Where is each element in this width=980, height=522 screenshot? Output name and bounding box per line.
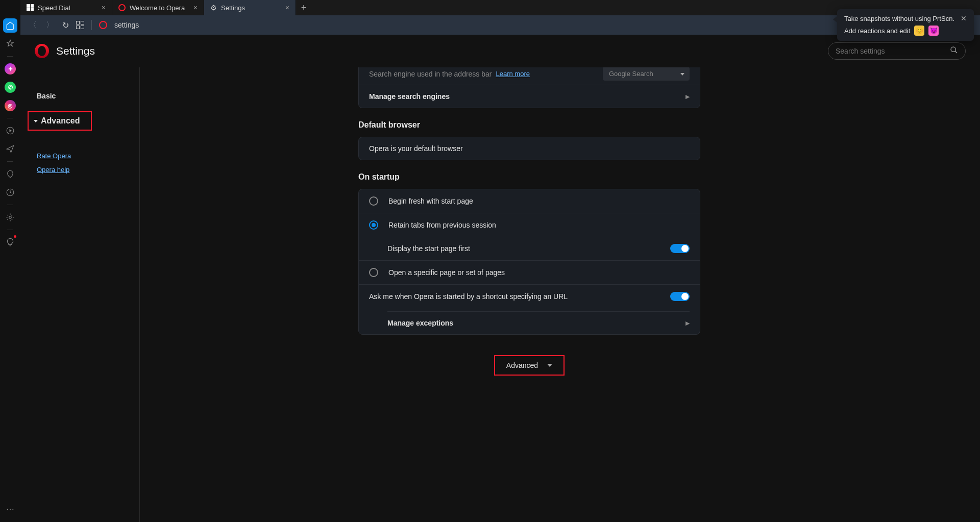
search-engine-value: Google Search [609, 70, 653, 78]
back-button[interactable]: 〈 [28, 20, 38, 31]
startup-retain-row[interactable]: Retain tabs from previous session [359, 213, 700, 237]
messenger-icon[interactable]: ✦ [3, 62, 17, 76]
search-input[interactable] [836, 47, 945, 55]
tab-strip: Speed Dial × Welcome to Opera × ⚙ Settin… [20, 0, 296, 15]
features-icon[interactable] [3, 235, 17, 250]
toggle-on[interactable] [670, 244, 690, 253]
settings-sidebar: Basic Advanced Rate Opera Opera help [20, 67, 140, 522]
nav-advanced-highlight: Advanced [28, 111, 92, 131]
main-content: Search engine used in the address bar Le… [140, 67, 980, 522]
manage-exceptions-label: Manage exceptions [387, 319, 453, 327]
speed-dial-button[interactable] [76, 21, 84, 29]
separator [7, 230, 13, 230]
tab-label: Welcome to Opera [130, 4, 185, 12]
caret-down-icon [547, 364, 552, 367]
separator [91, 20, 92, 30]
emoji-icon: 😊 [914, 26, 924, 36]
tooltip-text-2: Add reactions and edit [844, 27, 910, 35]
snapshot-tooltip: Take snapshots without using PrtScn. ✕ A… [837, 9, 974, 41]
close-icon[interactable]: × [193, 4, 198, 12]
search-icon [950, 46, 958, 56]
startup-fresh-row[interactable]: Begin fresh with start page [359, 189, 700, 213]
history-icon[interactable] [3, 185, 17, 200]
tab-label: Settings [221, 4, 245, 12]
left-sidebar: ✦ ✆ ◎ ⋯ [0, 0, 20, 522]
chevron-right-icon: ▶ [685, 93, 690, 100]
tooltip-text-1: Take snapshots without using PrtScn. [844, 15, 954, 22]
radio-button-selected[interactable] [369, 220, 378, 230]
opera-icon [118, 4, 126, 11]
page-title: Settings [56, 45, 95, 57]
svg-point-2 [9, 216, 12, 219]
search-engine-card: Search engine used in the address bar Le… [358, 67, 700, 108]
url-text[interactable]: settings [114, 21, 139, 29]
rate-opera-link[interactable]: Rate Opera [33, 152, 139, 160]
close-icon[interactable]: × [102, 4, 106, 12]
startup-title: On startup [358, 172, 700, 182]
tab-label: Speed Dial [38, 4, 70, 12]
nav-basic[interactable]: Basic [33, 88, 139, 104]
manage-search-engines-row[interactable]: Manage search engines ▶ [359, 85, 700, 108]
default-browser-title: Default browser [358, 120, 700, 130]
instagram-icon[interactable]: ◎ [3, 98, 17, 113]
separator [7, 205, 13, 205]
nav-advanced-label: Advanced [41, 116, 80, 126]
svg-point-3 [951, 47, 955, 52]
forward-button[interactable]: 〉 [45, 20, 55, 31]
reload-button[interactable]: ↻ [62, 20, 69, 30]
emoji-icon: 😈 [928, 26, 939, 36]
opera-help-link[interactable]: Opera help [33, 166, 139, 173]
chevron-right-icon: ▶ [685, 320, 690, 327]
advanced-button-wrap: Advanced [358, 355, 700, 376]
settings-header: Settings [20, 35, 980, 67]
advanced-button[interactable]: Advanced [494, 355, 565, 376]
manage-search-label: Manage search engines [369, 92, 450, 101]
opera-logo [35, 44, 49, 58]
nav-advanced[interactable]: Advanced [32, 113, 84, 129]
tab-settings[interactable]: ⚙ Settings × [204, 0, 296, 15]
close-icon[interactable]: ✕ [961, 14, 967, 22]
close-icon[interactable]: × [285, 4, 289, 12]
startup-retain-sub-row[interactable]: Display the start page first [359, 237, 700, 260]
default-browser-card: Opera is your default browser [358, 137, 700, 160]
whatsapp-icon[interactable]: ✆ [3, 80, 17, 94]
search-engine-label: Search engine used in the address bar [369, 70, 492, 78]
ask-shortcut-row[interactable]: Ask me when Opera is started by a shortc… [359, 284, 700, 308]
titlebar: Speed Dial × Welcome to Opera × ⚙ Settin… [0, 0, 980, 15]
radio-button[interactable] [369, 268, 378, 277]
gear-icon: ⚙ [210, 4, 217, 12]
pinboards-icon[interactable] [3, 167, 17, 181]
search-engine-select[interactable]: Google Search [603, 67, 690, 81]
startup-card: Begin fresh with start page Retain tabs … [358, 189, 700, 335]
tab-welcome[interactable]: Welcome to Opera × [112, 0, 204, 15]
radio-button[interactable] [369, 196, 378, 206]
startup-specific-row[interactable]: Open a specific page or set of pages [359, 260, 700, 284]
search-settings-box[interactable] [828, 42, 966, 60]
settings-icon[interactable] [3, 210, 17, 225]
startup-fresh-label: Begin fresh with start page [388, 197, 473, 205]
manage-exceptions-row[interactable]: Manage exceptions ▶ [359, 312, 700, 334]
ask-shortcut-label: Ask me when Opera is started by a shortc… [369, 292, 568, 301]
search-engine-row: Search engine used in the address bar Le… [359, 67, 700, 85]
tab-speed-dial[interactable]: Speed Dial × [20, 0, 112, 15]
home-icon[interactable] [3, 18, 17, 33]
advanced-button-label: Advanced [506, 361, 538, 369]
toggle-on[interactable] [670, 292, 690, 301]
separator [7, 161, 13, 162]
more-icon[interactable]: ⋯ [3, 502, 17, 516]
separator [7, 118, 13, 118]
startup-specific-label: Open a specific page or set of pages [388, 268, 505, 277]
send-icon[interactable] [3, 142, 17, 156]
startup-retain-label: Retain tabs from previous session [388, 221, 496, 229]
display-start-first-label: Display the start page first [387, 244, 470, 253]
default-browser-row: Opera is your default browser [359, 137, 700, 160]
opera-icon [99, 21, 107, 29]
learn-more-link[interactable]: Learn more [496, 70, 530, 78]
separator [7, 56, 13, 57]
player-icon[interactable] [3, 123, 17, 138]
bookmarks-icon[interactable] [3, 37, 17, 51]
caret-down-icon [34, 120, 38, 122]
grid-icon [27, 4, 34, 11]
default-browser-status: Opera is your default browser [369, 144, 463, 153]
new-tab-button[interactable]: + [296, 3, 311, 13]
